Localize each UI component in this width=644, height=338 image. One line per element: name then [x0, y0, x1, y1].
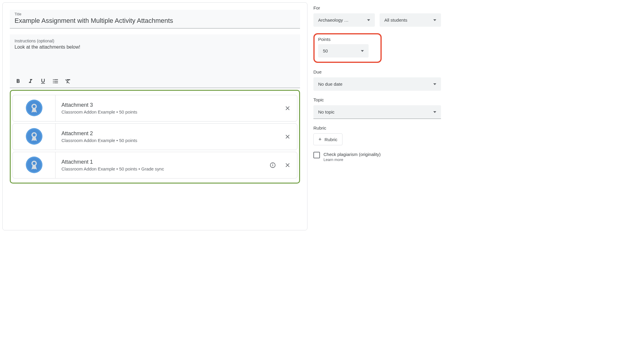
attachment-icon-cell — [13, 124, 55, 150]
attachment-actions — [284, 95, 297, 121]
attachment-body: Attachment 1 Classroom Addon Example • 5… — [55, 152, 269, 178]
underline-button[interactable] — [39, 78, 47, 85]
svg-point-11 — [273, 164, 273, 164]
attachment-title: Attachment 1 — [61, 159, 263, 165]
points-dropdown[interactable]: 50 — [318, 44, 369, 58]
attachment-title: Attachment 3 — [61, 102, 278, 108]
instructions-field[interactable]: Instructions (optional) Look at the atta… — [10, 34, 300, 88]
attachment-meta: Classroom Addon Example • 50 points — [61, 109, 278, 114]
chevron-down-icon — [433, 83, 436, 85]
attachment-meta: Classroom Addon Example • 50 points — [61, 138, 278, 143]
title-value: Example Assignment with Multiple Activit… — [15, 16, 295, 25]
chevron-down-icon — [433, 111, 436, 113]
due-value: No due date — [318, 82, 342, 87]
bulleted-list-button[interactable] — [52, 78, 59, 85]
remove-attachment-button[interactable] — [284, 105, 291, 112]
topic-value: No topic — [318, 109, 334, 114]
svg-point-2 — [33, 105, 36, 108]
for-students-dropdown[interactable]: All students — [380, 13, 441, 27]
clear-formatting-button[interactable] — [64, 78, 72, 85]
for-class-value: Archaeology … — [318, 17, 349, 23]
svg-point-5 — [33, 133, 36, 136]
addon-icon — [26, 128, 42, 146]
points-highlight-box: Points 50 — [313, 33, 382, 63]
chevron-down-icon — [433, 19, 436, 21]
learn-more-link[interactable]: Learn more — [323, 157, 381, 162]
title-label: Title — [15, 12, 295, 16]
chevron-down-icon — [361, 50, 364, 52]
points-label: Points — [318, 37, 377, 42]
attachment-card[interactable]: Attachment 2 Classroom Addon Example • 5… — [12, 123, 297, 150]
topic-label: Topic — [313, 97, 441, 102]
title-field[interactable]: Title Example Assignment with Multiple A… — [10, 10, 300, 28]
instructions-value: Look at the attachments below! — [15, 43, 295, 62]
format-toolbar — [15, 75, 295, 88]
for-class-dropdown[interactable]: Archaeology … — [313, 13, 375, 27]
plagiarism-checkbox[interactable] — [313, 152, 320, 158]
plagiarism-label: Check plagiarism (originality) — [323, 152, 381, 157]
svg-point-8 — [33, 162, 36, 165]
assignment-card: Title Example Assignment with Multiple A… — [2, 2, 307, 230]
due-label: Due — [313, 69, 441, 74]
addon-icon — [26, 100, 42, 117]
instructions-label: Instructions (optional) — [15, 39, 295, 43]
bold-button[interactable] — [15, 78, 22, 85]
rubric-label: Rubric — [313, 125, 441, 130]
attachment-meta: Classroom Addon Example • 50 points • Gr… — [61, 166, 263, 171]
attachment-icon-cell — [13, 152, 55, 178]
attachment-body: Attachment 2 Classroom Addon Example • 5… — [55, 124, 284, 150]
for-students-value: All students — [384, 17, 407, 23]
italic-button[interactable] — [27, 78, 34, 85]
plus-icon: + — [318, 137, 322, 142]
remove-attachment-button[interactable] — [284, 162, 291, 169]
info-icon[interactable] — [269, 162, 276, 169]
attachments-highlight-box: Attachment 3 Classroom Addon Example • 5… — [10, 90, 300, 184]
chevron-down-icon — [367, 19, 370, 21]
addon-icon — [26, 157, 42, 174]
points-value: 50 — [323, 48, 328, 53]
attachment-card[interactable]: Attachment 3 Classroom Addon Example • 5… — [12, 95, 297, 122]
attachment-card[interactable]: Attachment 1 Classroom Addon Example • 5… — [12, 152, 297, 178]
attachment-body: Attachment 3 Classroom Addon Example • 5… — [55, 95, 284, 121]
attachment-actions — [284, 124, 297, 150]
sidebar: For Archaeology … All students Points 50 — [310, 0, 446, 233]
attachment-icon-cell — [13, 95, 55, 121]
topic-dropdown[interactable]: No topic — [313, 105, 441, 119]
due-dropdown[interactable]: No due date — [313, 77, 441, 91]
rubric-button-label: Rubric — [325, 137, 337, 142]
remove-attachment-button[interactable] — [284, 133, 291, 140]
for-label: For — [313, 5, 441, 10]
attachment-title: Attachment 2 — [61, 130, 278, 137]
attachment-actions — [269, 152, 297, 178]
rubric-button[interactable]: + Rubric — [313, 133, 342, 145]
